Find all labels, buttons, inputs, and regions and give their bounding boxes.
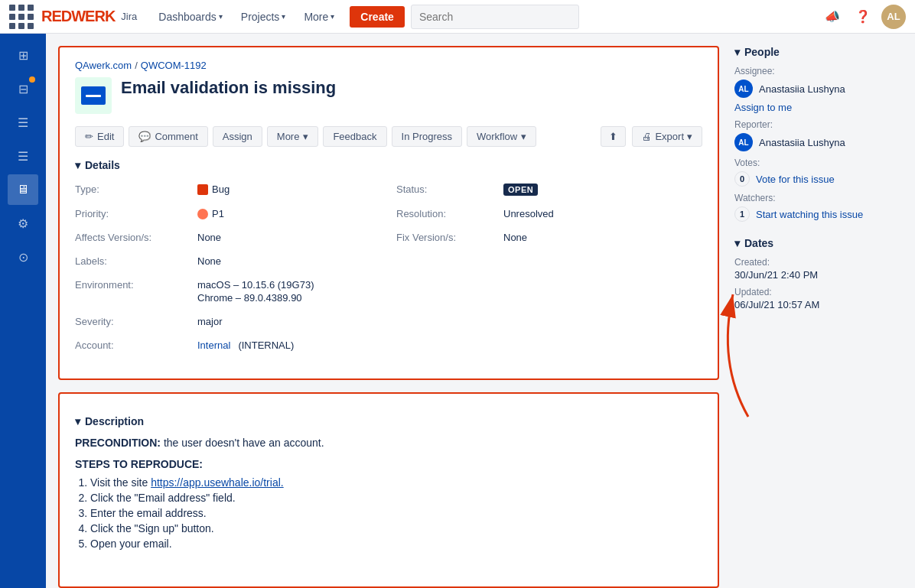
- fix-version-value: None: [503, 229, 702, 246]
- steps-to-reproduce: STEPS TO REPRODUCE: Visit the site https…: [75, 458, 702, 550]
- feedback-button[interactable]: Feedback: [323, 126, 386, 147]
- chevron-down-icon: ▾: [521, 131, 526, 142]
- backlog-icon: ☰: [18, 149, 28, 164]
- search-input[interactable]: [411, 5, 579, 29]
- people-section: ▾ People Assignee: AL Anastasiia Lushyna…: [734, 46, 903, 222]
- list-item: Open your email.: [90, 538, 702, 550]
- export-icon: 🖨: [642, 131, 652, 142]
- chevron-down-icon: ▾: [331, 12, 334, 21]
- share-button[interactable]: ⬆: [601, 126, 626, 147]
- priority-label: Priority:: [75, 205, 197, 223]
- breadcrumb-separator: /: [135, 60, 138, 71]
- status-value: OPEN: [503, 180, 702, 199]
- severity-label: Severity:: [75, 313, 197, 330]
- resolution-value: Unresolved: [503, 205, 702, 223]
- apps-icon: ⊞: [18, 48, 28, 63]
- help-icon[interactable]: ❓: [851, 5, 875, 29]
- environment-value: macOS – 10.15.6 (19G73) Chrome – 89.0.43…: [197, 276, 702, 307]
- type-label: Type:: [75, 180, 197, 199]
- main-col: QAwerk.com / QWCOM-1192 Email validation…: [58, 46, 719, 588]
- details-header[interactable]: ▾ Details: [75, 159, 702, 171]
- sidebar-item-settings[interactable]: ⚙: [8, 208, 38, 239]
- avatar[interactable]: AL: [881, 5, 906, 29]
- details-grid: Type: Bug Status: OPEN: [75, 180, 702, 354]
- open-badge: OPEN: [503, 184, 538, 196]
- nav-dashboards[interactable]: Dashboards ▾: [152, 0, 229, 34]
- fix-version-label: Fix Version/s:: [396, 229, 503, 246]
- account-label: Account:: [75, 336, 197, 354]
- side-col: ▾ People Assignee: AL Anastasiia Lushyna…: [734, 46, 903, 588]
- chevron-down-icon: ▾: [303, 131, 308, 142]
- logo[interactable]: REDWERK Jira: [41, 8, 137, 25]
- settings-icon: ⚙: [18, 216, 28, 231]
- watchers-label: Watchers:: [734, 193, 903, 203]
- reporter-avatar: AL: [734, 133, 753, 151]
- share-icon: ⬆: [609, 131, 617, 142]
- edit-button[interactable]: ✏ Edit: [75, 126, 124, 147]
- list-icon: ☰: [18, 115, 28, 130]
- description-container: ▾ Description PRECONDITION: the user doe…: [58, 392, 719, 588]
- sidebar-item-backlog[interactable]: ☰: [8, 141, 38, 171]
- nav-more[interactable]: More ▾: [298, 0, 340, 34]
- priority-icon: [197, 209, 208, 219]
- sidebar-item-monitor[interactable]: 🖥: [8, 174, 38, 205]
- affects-label: Affects Version/s:: [75, 229, 197, 246]
- more-button[interactable]: More ▾: [267, 126, 319, 147]
- sidebar-item-circle[interactable]: ⊙: [8, 242, 38, 272]
- precondition-label: PRECONDITION:: [75, 437, 161, 449]
- priority-value: P1: [197, 205, 396, 223]
- people-header[interactable]: ▾ People: [734, 46, 903, 58]
- watch-link[interactable]: Start watching this issue: [756, 209, 863, 220]
- breadcrumb: QAwerk.com / QWCOM-1192: [75, 60, 702, 71]
- notifications-icon[interactable]: 📣: [820, 5, 845, 29]
- workflow-button[interactable]: Workflow ▾: [467, 126, 536, 147]
- bug-icon: [197, 184, 208, 195]
- precondition-text: the user doesn't have an account.: [164, 437, 324, 449]
- sidebar: ⊞ ⊟ ☰ ☰ 🖥 ⚙ ⊙: [0, 34, 46, 588]
- assign-me-link[interactable]: Assign to me: [734, 102, 792, 113]
- people-label: People: [744, 46, 780, 58]
- chevron-down-icon: ▾: [687, 131, 692, 142]
- issue-container: QAwerk.com / QWCOM-1192 Email validation…: [58, 46, 719, 380]
- sidebar-item-apps[interactable]: ⊞: [8, 40, 38, 70]
- sidebar-item-list[interactable]: ☰: [8, 107, 38, 138]
- comment-button[interactable]: 💬 Comment: [129, 126, 207, 147]
- vote-link[interactable]: Vote for this issue: [756, 174, 835, 185]
- export-button[interactable]: 🖨 Export ▾: [632, 126, 702, 147]
- labels-value: None: [197, 252, 702, 270]
- assignee-avatar: AL: [734, 80, 753, 98]
- sidebar-item-board[interactable]: ⊟: [8, 73, 38, 104]
- status-label: Status:: [396, 180, 503, 199]
- votes-row: 0 Vote for this issue: [734, 171, 903, 187]
- account-link[interactable]: Internal: [197, 339, 230, 351]
- breadcrumb-project-link[interactable]: QAwerk.com: [75, 60, 132, 71]
- issue-icon-inner: [81, 86, 106, 105]
- reporter-row: AL Anastasiia Lushyna: [734, 133, 903, 151]
- notification-badge: [29, 76, 35, 83]
- watchers-row: 1 Start watching this issue: [734, 206, 903, 222]
- in-progress-button[interactable]: In Progress: [392, 126, 462, 147]
- assignee-label: Assignee:: [734, 66, 903, 76]
- reporter-label: Reporter:: [734, 119, 903, 130]
- list-item: Enter the email address.: [90, 507, 702, 519]
- dates-header[interactable]: ▾ Dates: [734, 237, 903, 249]
- topnav-right: 📣 ❓ AL: [820, 5, 906, 29]
- list-item: Click the "Sign up" button.: [90, 522, 702, 534]
- breadcrumb-issue-link[interactable]: QWCOM-1192: [141, 60, 207, 71]
- assign-button[interactable]: Assign: [213, 126, 262, 147]
- create-button[interactable]: Create: [350, 6, 405, 28]
- description-header[interactable]: ▾ Description: [75, 415, 702, 427]
- list-item: Visit the site https://app.usewhale.io/t…: [90, 476, 702, 489]
- chevron-down-icon: ▾: [734, 46, 740, 58]
- created-value: 30/Jun/21 2:40 PM: [734, 269, 903, 281]
- dates-section: ▾ Dates Created: 30/Jun/21 2:40 PM Updat…: [734, 237, 903, 310]
- severity-value: major: [197, 313, 702, 330]
- apps-grid-icon[interactable]: [9, 5, 34, 29]
- description-section: ▾ Description PRECONDITION: the user doe…: [75, 406, 702, 562]
- nav-projects[interactable]: Projects ▾: [235, 0, 292, 34]
- dates-label: Dates: [744, 237, 773, 249]
- updated-label: Updated:: [734, 287, 903, 297]
- watch-count: 1: [734, 206, 750, 222]
- issue-type-icon: [75, 77, 112, 114]
- trial-link[interactable]: https://app.usewhale.io/trial.: [151, 476, 284, 489]
